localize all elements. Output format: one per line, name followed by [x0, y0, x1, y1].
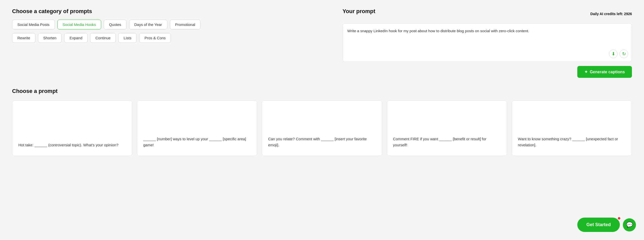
textarea-icon-group: ⬇ ↻	[609, 50, 628, 58]
generate-button-label: Generate captions	[590, 70, 625, 74]
choose-prompt-title: Choose a prompt	[12, 88, 632, 94]
choose-category-title: Choose a category of prompts	[12, 8, 330, 15]
download-icon-btn[interactable]: ⬇	[609, 50, 618, 58]
credits-display: Daily AI credits left: 2926	[590, 12, 632, 16]
cat-btn-social-media-posts[interactable]: Social Media Posts	[12, 20, 55, 29]
credits-label: Daily AI credits left:	[590, 12, 623, 16]
sub-btn-rewrite[interactable]: Rewrite	[12, 33, 35, 43]
sub-btn-lists[interactable]: Lists	[118, 33, 137, 43]
cat-btn-promotional[interactable]: Promotional	[170, 20, 201, 29]
chat-button[interactable]: 💬	[623, 218, 636, 231]
wand-icon: ✦	[584, 70, 588, 74]
bottom-right-buttons: Get Started 💬	[577, 218, 636, 232]
category-buttons: Social Media Posts Social Media Hooks Qu…	[12, 20, 330, 29]
prompt-card-3[interactable]: Can you relate? Comment with ______ [ins…	[262, 100, 382, 156]
sub-category-buttons: Rewrite Shorten Expand Continue Lists Pr…	[12, 33, 330, 43]
sub-btn-expand[interactable]: Expand	[64, 33, 88, 43]
refresh-icon-btn[interactable]: ↻	[620, 50, 628, 58]
cat-btn-days-of-the-year[interactable]: Days of the Year	[129, 20, 167, 29]
your-prompt-title: Your prompt	[343, 8, 375, 15]
notification-dot	[617, 217, 621, 220]
prompt-card-2[interactable]: ______ [number] ways to level up your __…	[137, 100, 257, 156]
prompt-card-4[interactable]: Comment FIRE if you want ______ [benefit…	[387, 100, 507, 156]
get-started-button[interactable]: Get Started	[577, 218, 620, 232]
prompt-card-1[interactable]: Hot take: ______ (controversial topic). …	[12, 100, 132, 156]
sub-btn-shorten[interactable]: Shorten	[38, 33, 62, 43]
choose-prompt-section: Choose a prompt Hot take: ______ (contro…	[12, 88, 632, 156]
prompt-cards-container: Hot take: ______ (controversial topic). …	[12, 100, 632, 156]
get-started-label: Get Started	[586, 222, 611, 227]
chat-icon: 💬	[626, 222, 633, 228]
prompt-textarea-wrapper: ⬇ ↻	[343, 23, 632, 62]
credits-value: 2926	[624, 12, 632, 16]
sub-btn-pros-cons[interactable]: Pros & Cons	[139, 33, 171, 43]
download-icon: ⬇	[612, 51, 615, 57]
sub-btn-continue[interactable]: Continue	[90, 33, 116, 43]
prompt-textarea[interactable]	[347, 28, 627, 48]
prompt-card-5[interactable]: Want to know something crazy? ______ [un…	[512, 100, 632, 156]
refresh-icon: ↻	[622, 51, 626, 57]
cat-btn-social-media-hooks[interactable]: Social Media Hooks	[57, 20, 101, 29]
cat-btn-quotes[interactable]: Quotes	[104, 20, 126, 29]
generate-captions-button[interactable]: ✦ Generate captions	[577, 66, 632, 78]
